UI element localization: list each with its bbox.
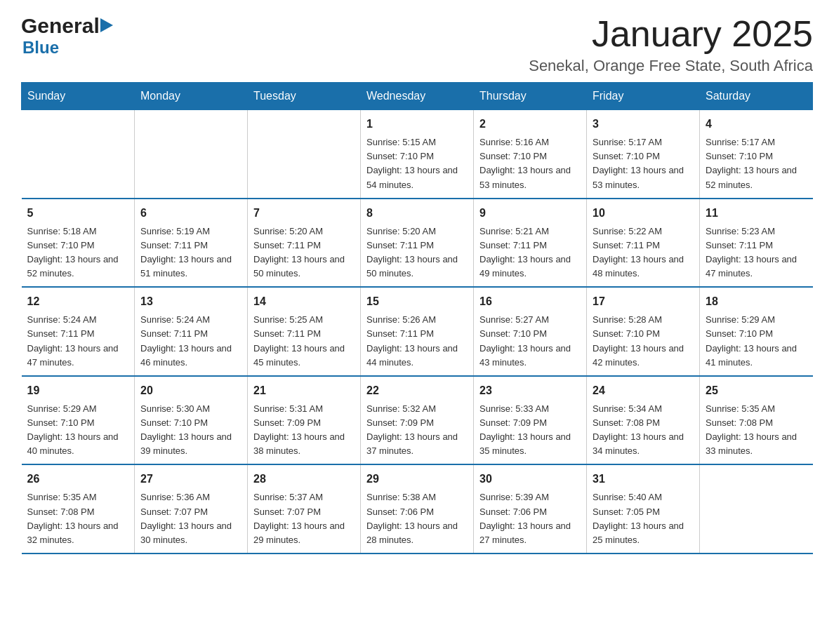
calendar-cell: 1Sunrise: 5:15 AMSunset: 7:10 PMDaylight… [361,110,474,199]
page-header: General Blue January 2025 Senekal, Orang… [21,14,813,75]
day-info: Sunrise: 5:25 AMSunset: 7:11 PMDaylight:… [253,313,355,370]
day-info: Sunrise: 5:17 AMSunset: 7:10 PMDaylight:… [593,135,694,192]
day-of-week-header: Wednesday [361,83,474,110]
day-info: Sunrise: 5:17 AMSunset: 7:10 PMDaylight:… [706,135,807,192]
calendar-cell: 11Sunrise: 5:23 AMSunset: 7:11 PMDayligh… [700,199,813,288]
calendar-cell: 21Sunrise: 5:31 AMSunset: 7:09 PMDayligh… [248,376,361,465]
calendar-cell [248,110,361,199]
calendar-cell: 20Sunrise: 5:30 AMSunset: 7:10 PMDayligh… [135,376,248,465]
day-number: 30 [479,471,581,488]
day-number: 12 [27,293,129,310]
calendar-cell: 26Sunrise: 5:35 AMSunset: 7:08 PMDayligh… [22,464,135,554]
calendar-cell: 18Sunrise: 5:29 AMSunset: 7:10 PMDayligh… [700,287,813,376]
calendar-cell: 25Sunrise: 5:35 AMSunset: 7:08 PMDayligh… [700,376,813,465]
calendar-cell: 9Sunrise: 5:21 AMSunset: 7:11 PMDaylight… [474,199,587,288]
day-info: Sunrise: 5:37 AMSunset: 7:07 PMDaylight:… [253,490,355,547]
calendar-cell: 4Sunrise: 5:17 AMSunset: 7:10 PMDaylight… [700,110,813,199]
day-number: 22 [366,382,468,399]
month-title: January 2025 [529,14,813,54]
day-info: Sunrise: 5:31 AMSunset: 7:09 PMDaylight:… [253,402,355,459]
day-number: 2 [479,116,581,133]
day-info: Sunrise: 5:16 AMSunset: 7:10 PMDaylight:… [479,135,581,192]
day-info: Sunrise: 5:30 AMSunset: 7:10 PMDaylight:… [140,402,241,459]
calendar-cell: 27Sunrise: 5:36 AMSunset: 7:07 PMDayligh… [135,464,248,554]
day-info: Sunrise: 5:35 AMSunset: 7:08 PMDaylight:… [706,402,807,459]
calendar-cell [700,464,813,554]
calendar-cell: 12Sunrise: 5:24 AMSunset: 7:11 PMDayligh… [22,287,135,376]
day-number: 31 [593,471,694,488]
calendar-cell: 28Sunrise: 5:37 AMSunset: 7:07 PMDayligh… [248,464,361,554]
day-of-week-header: Friday [587,83,700,110]
day-info: Sunrise: 5:29 AMSunset: 7:10 PMDaylight:… [27,402,129,459]
logo: General Blue [21,14,113,58]
day-info: Sunrise: 5:19 AMSunset: 7:11 PMDaylight:… [140,224,241,281]
calendar-cell: 17Sunrise: 5:28 AMSunset: 7:10 PMDayligh… [587,287,700,376]
day-info: Sunrise: 5:26 AMSunset: 7:11 PMDaylight:… [366,313,468,370]
calendar-cell: 13Sunrise: 5:24 AMSunset: 7:11 PMDayligh… [135,287,248,376]
day-number: 9 [479,205,581,222]
day-number: 16 [479,293,581,310]
title-block: January 2025 Senekal, Orange Free State,… [529,14,813,75]
day-info: Sunrise: 5:20 AMSunset: 7:11 PMDaylight:… [253,224,355,281]
calendar-table: SundayMondayTuesdayWednesdayThursdayFrid… [21,82,813,554]
logo-general-text: General [21,14,100,38]
calendar-cell: 14Sunrise: 5:25 AMSunset: 7:11 PMDayligh… [248,287,361,376]
calendar-cell: 5Sunrise: 5:18 AMSunset: 7:10 PMDaylight… [22,199,135,288]
day-number: 14 [253,293,355,310]
day-info: Sunrise: 5:21 AMSunset: 7:11 PMDaylight:… [479,224,581,281]
day-info: Sunrise: 5:28 AMSunset: 7:10 PMDaylight:… [593,313,694,370]
calendar-header: SundayMondayTuesdayWednesdayThursdayFrid… [22,83,813,110]
day-number: 10 [593,205,694,222]
day-info: Sunrise: 5:36 AMSunset: 7:07 PMDaylight:… [140,490,241,547]
calendar-cell: 31Sunrise: 5:40 AMSunset: 7:05 PMDayligh… [587,464,700,554]
day-number: 29 [366,471,468,488]
calendar-week-row: 5Sunrise: 5:18 AMSunset: 7:10 PMDaylight… [22,199,813,288]
day-info: Sunrise: 5:33 AMSunset: 7:09 PMDaylight:… [479,402,581,459]
day-number: 20 [140,382,241,399]
day-number: 25 [706,382,807,399]
calendar-cell: 29Sunrise: 5:38 AMSunset: 7:06 PMDayligh… [361,464,474,554]
day-of-week-header: Thursday [474,83,587,110]
calendar-cell [135,110,248,199]
day-of-week-header: Monday [135,83,248,110]
day-number: 7 [253,205,355,222]
calendar-week-row: 26Sunrise: 5:35 AMSunset: 7:08 PMDayligh… [22,464,813,554]
calendar-cell: 2Sunrise: 5:16 AMSunset: 7:10 PMDaylight… [474,110,587,199]
day-info: Sunrise: 5:22 AMSunset: 7:11 PMDaylight:… [593,224,694,281]
calendar-cell [22,110,135,199]
calendar-cell: 22Sunrise: 5:32 AMSunset: 7:09 PMDayligh… [361,376,474,465]
calendar-cell: 30Sunrise: 5:39 AMSunset: 7:06 PMDayligh… [474,464,587,554]
day-number: 11 [706,205,807,222]
day-info: Sunrise: 5:39 AMSunset: 7:06 PMDaylight:… [479,490,581,547]
day-info: Sunrise: 5:24 AMSunset: 7:11 PMDaylight:… [140,313,241,370]
day-info: Sunrise: 5:20 AMSunset: 7:11 PMDaylight:… [366,224,468,281]
day-number: 15 [366,293,468,310]
day-info: Sunrise: 5:40 AMSunset: 7:05 PMDaylight:… [593,490,694,547]
day-number: 1 [366,116,468,133]
day-info: Sunrise: 5:29 AMSunset: 7:10 PMDaylight:… [706,313,807,370]
day-number: 26 [27,471,129,488]
day-number: 13 [140,293,241,310]
day-number: 23 [479,382,581,399]
calendar-cell: 23Sunrise: 5:33 AMSunset: 7:09 PMDayligh… [474,376,587,465]
day-info: Sunrise: 5:27 AMSunset: 7:10 PMDaylight:… [479,313,581,370]
day-header-row: SundayMondayTuesdayWednesdayThursdayFrid… [22,83,813,110]
day-info: Sunrise: 5:18 AMSunset: 7:10 PMDaylight:… [27,224,129,281]
day-info: Sunrise: 5:38 AMSunset: 7:06 PMDaylight:… [366,490,468,547]
day-info: Sunrise: 5:32 AMSunset: 7:09 PMDaylight:… [366,402,468,459]
svg-marker-0 [100,18,113,32]
day-number: 8 [366,205,468,222]
day-number: 5 [27,205,129,222]
day-of-week-header: Tuesday [248,83,361,110]
day-of-week-header: Saturday [700,83,813,110]
location-subtitle: Senekal, Orange Free State, South Africa [529,57,813,75]
day-number: 4 [706,116,807,133]
day-info: Sunrise: 5:15 AMSunset: 7:10 PMDaylight:… [366,135,468,192]
day-number: 18 [706,293,807,310]
calendar-cell: 15Sunrise: 5:26 AMSunset: 7:11 PMDayligh… [361,287,474,376]
calendar-week-row: 12Sunrise: 5:24 AMSunset: 7:11 PMDayligh… [22,287,813,376]
logo-blue-text: Blue [22,38,59,57]
calendar-week-row: 19Sunrise: 5:29 AMSunset: 7:10 PMDayligh… [22,376,813,465]
day-of-week-header: Sunday [22,83,135,110]
calendar-cell: 8Sunrise: 5:20 AMSunset: 7:11 PMDaylight… [361,199,474,288]
